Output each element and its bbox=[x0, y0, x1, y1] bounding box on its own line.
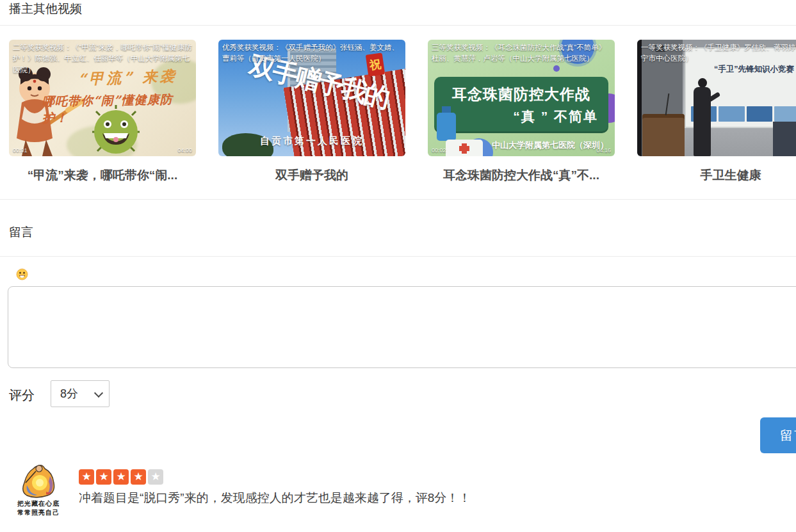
video-thumbnail[interactable]: 祝 双手赠予我的 自贡市第一人民医院 优秀奖获奖视频：《双手赠予我的》张钰涵、姜… bbox=[218, 40, 405, 156]
comment-textarea[interactable] bbox=[8, 286, 796, 368]
avatar-artwork bbox=[18, 463, 59, 499]
video-card-ernianzhujun[interactable]: 耳念珠菌防控大作战 “真 ” 不简单 中山大学附属第七医院（深圳） 三等奖获奖视… bbox=[428, 40, 615, 184]
divider bbox=[0, 256, 796, 257]
submit-comment-button[interactable]: 留言 bbox=[760, 417, 796, 453]
divider bbox=[0, 199, 796, 200]
star-filled-icon: ★ bbox=[96, 469, 111, 485]
thumb-overlay-text: 三等奖获奖视频：《耳念珠菌防控大作战“真”不简单》杜丽、黄慧萍，卢岩等（中山大学… bbox=[428, 40, 615, 67]
presenter-silhouette bbox=[692, 78, 711, 156]
thumb-overlay-text: 二等奖获奖视频：《“甲流”来袭，哪吒带你“闹”懂健康防护！》陈德强、牛立红、任丽… bbox=[9, 40, 196, 78]
avatar-caption-line2: 常常照亮自己 bbox=[9, 508, 68, 517]
timestamp-start: 00:02 bbox=[432, 147, 446, 154]
star-filled-icon: ★ bbox=[131, 469, 146, 485]
podium-illustration bbox=[642, 114, 685, 156]
star-rating: ★★★★★ bbox=[79, 469, 163, 485]
other-videos-title: 播主其他视频 bbox=[9, 1, 82, 17]
star-empty-icon: ★ bbox=[148, 469, 163, 485]
video-caption[interactable]: “甲流”来袭，哪吒带你“闹... bbox=[9, 167, 196, 184]
emoji-icon[interactable] bbox=[16, 268, 28, 280]
video-thumbnail[interactable]: “甲流” 来袭 哪吒带你“闹”懂健康防护！ 二等奖获奖视频：《“甲流”来袭，哪吒… bbox=[9, 40, 196, 156]
comment-text: 冲着题目是“脱口秀”来的，发现感控人的才艺也是越来越了得，评8分！！ bbox=[79, 490, 783, 506]
thumb-art-subtitle: 哪吒带你“闹”懂健康防护！ bbox=[42, 91, 196, 127]
video-caption[interactable]: 耳念珠菌防控大作战“真”不... bbox=[428, 167, 615, 184]
video-card-jiaoliu[interactable]: “甲流” 来袭 哪吒带你“闹”懂健康防护！ 二等奖获奖视频：《“甲流”来袭，哪吒… bbox=[9, 40, 196, 184]
timestamp-duration: 04:00 bbox=[177, 147, 192, 154]
video-thumbnail[interactable]: 耳念珠菌防控大作战 “真 ” 不简单 中山大学附属第七医院（深圳） 三等奖获奖视… bbox=[428, 40, 615, 156]
divider bbox=[0, 25, 796, 26]
thumb-overlay-text: 一等奖获奖视频：《手卫健康》罗佳欣、蒋羽婷、汤小 宁市中心医院） bbox=[637, 40, 796, 67]
avatar: 把光藏在心底 常常照亮自己 bbox=[9, 463, 68, 517]
thumb-art-title: 耳念珠菌防控大作战 bbox=[428, 85, 615, 104]
thumb-overlay-text: 优秀奖获奖视频：《双手赠予我的》张钰涵、姜文婧、曹莉等（自贡市第一人民医院） bbox=[218, 40, 405, 67]
video-card-shouwei[interactable]: “手卫”先锋知识小竞赛 一等奖获奖视频：《手卫健康》罗佳欣、蒋羽婷、汤小 宁市中… bbox=[637, 40, 796, 184]
rating-label: 评分 bbox=[9, 387, 35, 404]
video-thumbnail[interactable]: “手卫”先锋知识小竞赛 一等奖获奖视频：《手卫健康》罗佳欣、蒋羽婷、汤小 宁市中… bbox=[637, 40, 796, 156]
video-card-shuangshou[interactable]: 祝 双手赠予我的 自贡市第一人民医院 优秀奖获奖视频：《双手赠予我的》张钰涵、姜… bbox=[218, 40, 405, 184]
video-caption[interactable]: 手卫生健康 bbox=[637, 167, 796, 184]
page: 播主其他视频 bbox=[0, 0, 796, 532]
star-filled-icon: ★ bbox=[79, 469, 94, 485]
sanitizer-bottle-illustration bbox=[437, 113, 456, 141]
timestamp-start: 00:01 bbox=[13, 147, 28, 154]
comments-title: 留言 bbox=[9, 224, 33, 241]
video-grid: “甲流” 来袭 哪吒带你“闹”懂健康防护！ 二等奖获奖视频：《“甲流”来袭，哪吒… bbox=[9, 40, 796, 184]
judge-desk bbox=[773, 122, 796, 156]
rating-select[interactable]: 8分 bbox=[51, 380, 110, 407]
star-filled-icon: ★ bbox=[113, 469, 129, 485]
first-aid-kit-illustration bbox=[446, 140, 483, 156]
avatar-caption-line1: 把光藏在心底 bbox=[9, 499, 68, 508]
thumb-hospital-name: 中山大学附属第七医院（深圳） bbox=[492, 140, 608, 151]
thumb-art-subtitle: 自贡市第一人民医院 bbox=[218, 135, 405, 147]
thumb-art-subtitle: “真 ” 不简单 bbox=[513, 108, 598, 125]
video-caption[interactable]: 双手赠予我的 bbox=[218, 167, 405, 184]
timestamp-duration: 04:16 bbox=[596, 147, 611, 154]
rating-select-wrap: 8分 bbox=[51, 380, 110, 407]
